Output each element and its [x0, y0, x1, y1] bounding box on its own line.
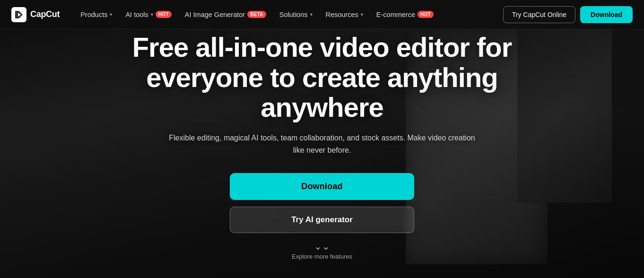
nav-item-ai-image-generator[interactable]: AI Image Generator Beta: [179, 7, 272, 22]
nav-label-ai-tools: AI tools: [125, 11, 148, 18]
chevron-down-icon: ▾: [310, 12, 313, 17]
download-hero-button[interactable]: Download: [230, 173, 414, 200]
hot-badge: Hot: [156, 11, 172, 18]
hero-title: Free all-in-one video editor for everyon…: [109, 32, 535, 122]
nav-label-products: Products: [80, 11, 107, 18]
chevron-double-down-icon: ⌄⌄: [314, 242, 330, 251]
chevron-down-icon: ▾: [151, 12, 153, 17]
nav-links: Products ▾ AI tools ▾ Hot AI Image Gener…: [75, 7, 503, 22]
beta-badge: Beta: [247, 11, 266, 18]
hero-content: Free all-in-one video editor for everyon…: [0, 0, 644, 278]
nav-label-ai-image-generator: AI Image Generator: [185, 11, 245, 18]
explore-section[interactable]: ⌄⌄ Explore more features: [292, 242, 352, 260]
nav-item-ai-tools[interactable]: AI tools ▾ Hot: [120, 7, 177, 22]
hot-badge-ecommerce: Hot: [418, 11, 434, 18]
chevron-down-icon: ▾: [361, 12, 363, 17]
hero-section: Free all-in-one video editor for everyon…: [0, 0, 644, 278]
explore-label: Explore more features: [292, 253, 352, 260]
logo[interactable]: CapCut: [11, 7, 60, 22]
nav-label-solutions: Solutions: [279, 11, 308, 18]
nav-actions: Try CapCut Online Download: [503, 6, 633, 23]
nav-label-ecommerce: E-commerce: [376, 11, 415, 18]
try-ai-generator-button[interactable]: Try AI generator: [230, 207, 414, 233]
hero-subtitle: Flexible editing, magical AI tools, team…: [166, 132, 478, 156]
navbar: CapCut Products ▾ AI tools ▾ Hot AI Imag…: [0, 0, 644, 29]
chevron-down-icon: ▾: [110, 12, 112, 17]
nav-item-products[interactable]: Products ▾: [75, 7, 118, 22]
capcut-logo-icon: [11, 7, 26, 22]
nav-label-resources: Resources: [326, 11, 358, 18]
nav-item-solutions[interactable]: Solutions ▾: [274, 7, 318, 22]
nav-item-ecommerce[interactable]: E-commerce Hot: [371, 7, 439, 22]
nav-item-resources[interactable]: Resources ▾: [320, 7, 369, 22]
download-nav-button[interactable]: Download: [580, 6, 633, 23]
hero-buttons: Download Try AI generator: [230, 173, 414, 233]
brand-name: CapCut: [30, 9, 60, 19]
try-capcut-online-button[interactable]: Try CapCut Online: [503, 6, 575, 23]
